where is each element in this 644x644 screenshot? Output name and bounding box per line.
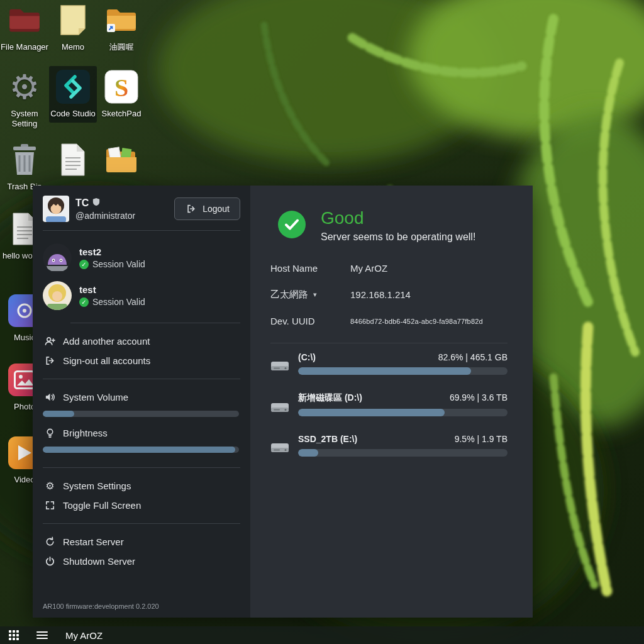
menu-button[interactable] xyxy=(36,631,48,639)
brightness-label-row: Brightness xyxy=(43,423,240,443)
sketchpad-icon: S xyxy=(104,68,138,106)
menu-item-restart-server[interactable]: Restart Server xyxy=(43,532,240,552)
server-info: Host Name My ArOZ 乙太網路 ▾ 192.168.1.214 D… xyxy=(270,263,508,326)
desktop-icon-trash-bin[interactable]: Trash Bin xyxy=(1,141,48,192)
brightness-slider[interactable] xyxy=(43,447,239,453)
slider-label: System Volume xyxy=(63,392,128,402)
menu-item-label: System Settings xyxy=(63,480,131,491)
menu-item-add-account[interactable]: Add another account xyxy=(43,331,240,351)
status-title: Good xyxy=(321,208,475,228)
menu-item-label: Toggle Full Screen xyxy=(63,500,141,511)
desktop-icon-code-studio[interactable]: Code Studio xyxy=(49,66,97,123)
disk-row-d: 新增磁碟區 (D:\) 69.9% | 3.6 TB xyxy=(270,392,508,416)
disk-name: (C:\) xyxy=(298,352,316,362)
desktop-icon-file-manager[interactable]: File Manager xyxy=(1,1,48,52)
disk-usage: 9.5% | 1.9 TB xyxy=(455,434,508,444)
disk-usage-fill xyxy=(298,409,445,416)
desktop-icon-document[interactable] xyxy=(49,141,97,179)
system-volume-label-row: System Volume xyxy=(43,387,240,407)
gear-icon: ⚙ xyxy=(9,68,40,106)
status-message: Server seems to be operating well! xyxy=(321,231,475,243)
firmware-version: AR100 firmware:development 0.2.020 xyxy=(43,597,240,611)
account-row-test2[interactable]: test2 ✓ Session Valid xyxy=(43,239,240,277)
desktop-icon-folder-shortcut[interactable]: 油圓喔 xyxy=(97,1,145,52)
trash-icon xyxy=(10,141,39,179)
info-label-network: 乙太網路 xyxy=(270,289,308,301)
desktop-icon-memo[interactable]: Memo xyxy=(49,1,97,52)
desktop-icon-sketchpad[interactable]: S SketchPad xyxy=(97,68,145,119)
desktop-icon-label: System Setting xyxy=(1,109,48,130)
menu-item-shutdown-server[interactable]: Shutdown Server xyxy=(43,552,240,571)
user-name: TC xyxy=(75,197,89,209)
info-value-hostname: My ArOZ xyxy=(350,263,508,274)
divider xyxy=(70,323,240,323)
user-status-panel: TC @administrator Logout test2 ✓ Session… xyxy=(33,186,533,618)
server-status-panel: Good Server seems to be operating well! … xyxy=(250,186,533,618)
session-status: Session Valid xyxy=(92,297,145,307)
account-name: test xyxy=(79,284,145,295)
menu-item-toggle-fullscreen[interactable]: Toggle Full Screen xyxy=(43,496,240,515)
sign-out-icon xyxy=(185,204,197,214)
info-value-uuid: 8466bd72-bdb6-452a-abc9-fa98a77fb82d xyxy=(350,318,508,325)
desktop-icon-system-setting[interactable]: ⚙ System Setting xyxy=(1,68,48,130)
disk-usage-fill xyxy=(298,449,318,457)
power-icon xyxy=(44,556,56,567)
volume-slider-fill xyxy=(43,411,74,417)
user-avatar xyxy=(43,196,69,222)
disk-usage-bar xyxy=(298,367,508,375)
disk-usage: 82.6% | 465.1 GB xyxy=(438,352,508,362)
user-handle: @administrator xyxy=(75,211,135,221)
folder-shortcut-icon xyxy=(105,1,138,39)
file-manager-icon xyxy=(8,1,41,39)
divider xyxy=(43,467,240,468)
account-info: test2 ✓ Session Valid xyxy=(79,247,145,269)
status-ok-check-icon xyxy=(278,211,306,238)
bulb-icon xyxy=(44,428,56,438)
info-label-hostname: Host Name xyxy=(270,263,350,274)
disk-usage-fill xyxy=(298,367,471,375)
menu-item-label: Restart Server xyxy=(63,536,124,547)
hdd-icon xyxy=(270,401,289,416)
desktop-icon-label: Music xyxy=(14,333,35,343)
desktop-icon-label: Photo xyxy=(14,402,35,412)
volume-slider[interactable] xyxy=(43,411,239,417)
account-name: test2 xyxy=(79,247,145,257)
taskbar: My ArOZ xyxy=(0,626,644,644)
app-grid-button[interactable] xyxy=(9,630,19,640)
account-row-test[interactable]: test ✓ Session Valid xyxy=(43,277,240,314)
user-menu: TC @administrator Logout test2 ✓ Session… xyxy=(33,186,250,618)
account-info: test ✓ Session Valid xyxy=(79,284,145,307)
menu-item-label: Add another account xyxy=(63,336,150,347)
disk-row-c: (C:\) 82.6% | 465.1 GB xyxy=(270,352,508,375)
network-interface-dropdown[interactable]: 乙太網路 ▾ xyxy=(270,289,350,301)
hdd-icon xyxy=(270,359,289,375)
taskbar-title: My ArOZ xyxy=(65,630,103,641)
desktop-icon-folder-files[interactable] xyxy=(97,141,145,179)
menu-item-system-settings[interactable]: ⚙ System Settings xyxy=(43,476,240,496)
desktop-icon-label: Video xyxy=(14,475,35,485)
disk-name: 新增磁碟區 (D:\) xyxy=(298,392,362,404)
desktop-icon-label: File Manager xyxy=(1,42,48,52)
session-valid-check-icon: ✓ xyxy=(79,297,89,307)
speaker-icon xyxy=(44,392,56,402)
account-avatar xyxy=(43,281,72,310)
divider xyxy=(43,230,240,231)
memo-icon xyxy=(58,1,87,39)
svg-text:S: S xyxy=(114,74,128,102)
chevron-down-icon: ▾ xyxy=(313,291,317,299)
shield-icon xyxy=(92,197,100,209)
status-text: Good Server seems to be operating well! xyxy=(321,208,475,243)
divider xyxy=(43,523,240,524)
session-status: Session Valid xyxy=(92,259,145,269)
restart-icon xyxy=(44,536,56,547)
gear-icon: ⚙ xyxy=(44,481,56,491)
disk-usage-bar xyxy=(298,409,508,416)
fullscreen-icon xyxy=(44,500,56,511)
folder-files-icon xyxy=(104,141,138,179)
info-label-uuid: Dev. UUID xyxy=(270,316,350,326)
menu-item-signout-all[interactable]: Sign-out all accounts xyxy=(43,351,240,370)
menu-item-label: Shutdown Server xyxy=(63,556,135,567)
add-user-icon xyxy=(44,336,56,347)
brightness-slider-fill xyxy=(43,447,235,453)
logout-button[interactable]: Logout xyxy=(174,197,240,220)
